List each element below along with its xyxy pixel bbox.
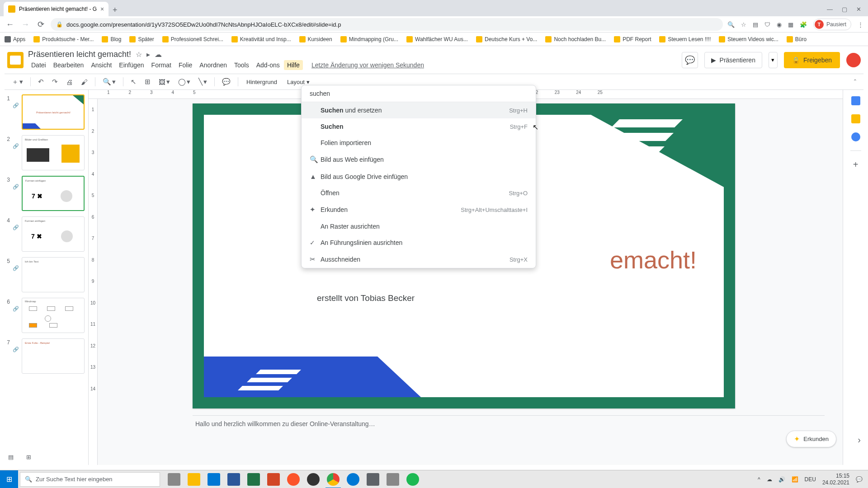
share-button[interactable]: 🔒Freigeben bbox=[784, 52, 840, 68]
undo-button[interactable]: ↶ bbox=[35, 76, 47, 88]
filmstrip[interactable]: 1🔗Präsentieren leicht gemacht! 2🔗Bilder … bbox=[0, 90, 89, 465]
slide-thumb-4[interactable]: Formen einfügen7 ✖ bbox=[22, 216, 85, 252]
blocker-icon[interactable]: 🛡 bbox=[764, 21, 770, 28]
zoom-icon[interactable]: 🔍 bbox=[727, 21, 735, 28]
menu-icon[interactable]: ⋮ bbox=[858, 21, 863, 28]
help-item-cut[interactable]: ✂AusschneidenStrg+X bbox=[302, 251, 536, 268]
menu-addons[interactable]: Add-ons bbox=[253, 60, 283, 70]
tray-volume-icon[interactable]: 🔊 bbox=[778, 476, 785, 483]
textbox-tool[interactable]: ⊞ bbox=[142, 76, 153, 88]
taskbar-edge-old[interactable] bbox=[204, 470, 223, 488]
comment-tool[interactable]: 💬 bbox=[219, 76, 233, 88]
print-button[interactable]: 🖨 bbox=[63, 76, 75, 88]
tray-cloud-icon[interactable]: ☁ bbox=[767, 476, 772, 483]
taskbar-app2[interactable] bbox=[383, 470, 402, 488]
slide-thumb-5[interactable]: Ich bin Text bbox=[22, 257, 85, 292]
zoom-button[interactable]: 🔍▾ bbox=[100, 76, 118, 88]
bookmark-item[interactable]: PDF Report bbox=[614, 36, 651, 42]
background-button[interactable]: Hintergrund bbox=[243, 77, 281, 87]
star-icon[interactable]: ☆ bbox=[741, 21, 746, 28]
add-addon-icon[interactable]: + bbox=[851, 160, 860, 169]
task-view-button[interactable] bbox=[165, 470, 184, 488]
tray-chevron-icon[interactable]: ^ bbox=[758, 476, 760, 483]
bookmark-item[interactable]: Büro bbox=[787, 36, 807, 42]
help-item-find[interactable]: SuchenStrg+F bbox=[302, 118, 536, 135]
keep-icon[interactable] bbox=[851, 114, 860, 123]
explore-button[interactable]: ✦ Erkunden bbox=[786, 431, 836, 447]
taskbar-edge[interactable] bbox=[344, 470, 363, 488]
user-avatar[interactable] bbox=[846, 53, 861, 67]
browser-tab[interactable]: Präsentieren leicht gemacht! - G × bbox=[4, 2, 108, 16]
menu-einfuegen[interactable]: Einfügen bbox=[116, 60, 147, 70]
tray-notifications-icon[interactable]: 💬 bbox=[856, 476, 863, 483]
taskbar-explorer[interactable] bbox=[184, 470, 203, 488]
back-button[interactable]: ← bbox=[5, 19, 15, 30]
side-panel-toggle[interactable]: › bbox=[858, 435, 861, 445]
taskbar-search[interactable]: 🔍Zur Suche Text hier eingeben bbox=[20, 472, 160, 487]
extension-icon[interactable]: ◉ bbox=[777, 21, 782, 28]
reader-icon[interactable]: ▤ bbox=[753, 21, 758, 28]
taskbar-spotify[interactable] bbox=[403, 470, 422, 488]
grid-view-button[interactable]: ⊞ bbox=[26, 454, 35, 461]
tray-wifi-icon[interactable]: 📶 bbox=[792, 476, 798, 483]
slide-subtitle-text[interactable]: erstellt von Tobias Becker bbox=[317, 293, 415, 303]
taskbar-app1[interactable] bbox=[363, 470, 382, 488]
bookmark-item[interactable]: Produktsuche - Mer... bbox=[33, 36, 94, 42]
menu-anordnen[interactable]: Anordnen bbox=[196, 60, 230, 70]
taskbar-excel[interactable] bbox=[244, 470, 263, 488]
bookmark-item[interactable]: Wahlfächer WU Aus... bbox=[406, 36, 468, 42]
slide-thumb-7[interactable]: Erste Folie - Beispiel bbox=[22, 338, 85, 374]
menu-folie[interactable]: Folie bbox=[175, 60, 195, 70]
taskbar-powerpoint[interactable] bbox=[264, 470, 283, 488]
new-slide-button[interactable]: ＋▾ bbox=[9, 76, 26, 88]
new-tab-button[interactable]: + bbox=[108, 4, 121, 16]
apps-button[interactable]: Apps bbox=[5, 36, 25, 42]
slide-thumb-3[interactable]: Formen einfügen7 ✖ bbox=[22, 176, 85, 211]
star-outline-icon[interactable]: ☆ bbox=[136, 50, 142, 59]
bookmark-item[interactable]: Später bbox=[129, 36, 154, 42]
minimize-icon[interactable]: — bbox=[827, 6, 833, 13]
move-icon[interactable]: ▸ bbox=[146, 50, 150, 59]
close-icon[interactable]: ✕ bbox=[856, 6, 861, 13]
slide-thumb-2[interactable]: Bilder und Grafiken bbox=[22, 135, 85, 170]
taskbar-word[interactable] bbox=[224, 470, 243, 488]
url-field[interactable]: 🔒 docs.google.com/presentation/d/1yV372S… bbox=[51, 18, 723, 31]
puzzle-icon[interactable]: 🧩 bbox=[800, 21, 807, 28]
tasks-icon[interactable] bbox=[851, 132, 860, 141]
help-item-open[interactable]: ÖffnenStrg+O bbox=[302, 185, 536, 201]
account-chip[interactable]: T Pausiert bbox=[813, 19, 851, 30]
slide-thumb-6[interactable]: Mindmap bbox=[22, 298, 85, 333]
menu-bearbeiten[interactable]: Bearbeiten bbox=[50, 60, 87, 70]
tab-close-icon[interactable]: × bbox=[100, 5, 104, 13]
bookmark-item[interactable]: Kreativität und Insp... bbox=[231, 36, 291, 42]
bookmark-item[interactable]: Noch hochladen Bu... bbox=[545, 36, 606, 42]
menu-format[interactable]: Format bbox=[148, 60, 175, 70]
line-tool[interactable]: ╲▾ bbox=[196, 76, 210, 88]
image-tool[interactable]: 🖼▾ bbox=[156, 76, 173, 88]
paint-format-button[interactable]: 🖌 bbox=[78, 76, 90, 88]
taskbar-brave[interactable] bbox=[284, 470, 303, 488]
doc-title[interactable]: Präsentieren leicht gemacht! bbox=[28, 50, 131, 59]
launcher-icon[interactable]: ▦ bbox=[788, 21, 793, 28]
help-item-import-slides[interactable]: Folien importieren bbox=[302, 135, 536, 151]
bookmark-item[interactable]: Kursideen bbox=[299, 36, 332, 42]
filmstrip-view-button[interactable]: ▤ bbox=[8, 454, 17, 461]
reload-button[interactable]: ⟳ bbox=[35, 19, 46, 30]
cloud-icon[interactable]: ☁ bbox=[155, 50, 162, 59]
help-item-image-drive[interactable]: ▲Bild aus Google Drive einfügen bbox=[302, 168, 536, 185]
help-item-snap-grid[interactable]: An Raster ausrichten bbox=[302, 218, 536, 235]
bookmark-item[interactable]: Professionell Schrei... bbox=[162, 36, 223, 42]
tray-language[interactable]: DEU bbox=[805, 476, 816, 483]
help-item-image-web[interactable]: 🔍Bild aus Web einfügen bbox=[302, 151, 536, 168]
help-item-find-replace[interactable]: Suchen und ersetzenStrg+H bbox=[302, 102, 536, 118]
taskbar-obs[interactable] bbox=[304, 470, 323, 488]
shape-tool[interactable]: ◯▾ bbox=[175, 76, 193, 88]
menu-tools[interactable]: Tools bbox=[231, 60, 252, 70]
menu-hilfe[interactable]: Hilfe bbox=[284, 60, 303, 70]
help-item-snap-guides[interactable]: ✓An Führungslinien ausrichten bbox=[302, 235, 536, 251]
bookmark-item[interactable]: Deutsche Kurs + Vo... bbox=[476, 36, 537, 42]
last-edit-link[interactable]: Letzte Änderung vor wenigen Sekunden bbox=[308, 60, 427, 70]
select-tool[interactable]: ↖ bbox=[128, 76, 139, 88]
slides-logo-icon[interactable] bbox=[7, 52, 24, 68]
menu-ansicht[interactable]: Ansicht bbox=[88, 60, 115, 70]
